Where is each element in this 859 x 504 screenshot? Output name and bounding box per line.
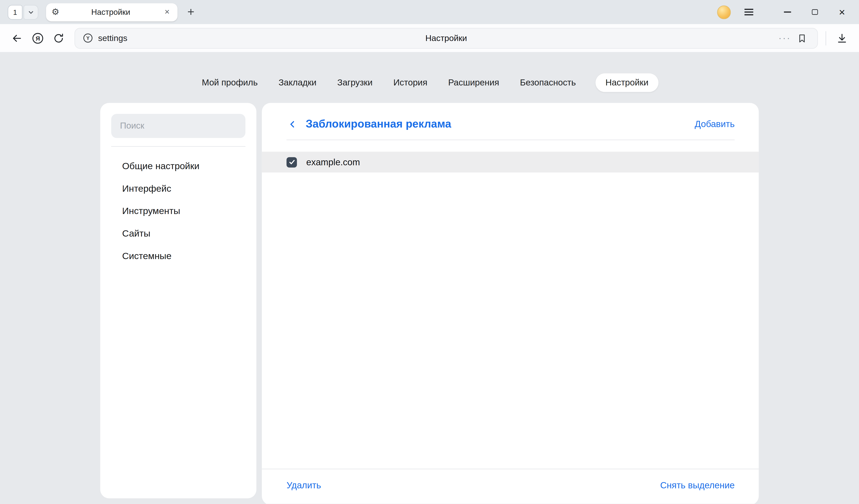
settings-nav: Мой профиль Закладки Загрузки История Ра… (0, 52, 859, 103)
window-close-button[interactable]: ✕ (833, 3, 852, 21)
back-navigation-button[interactable] (7, 28, 28, 48)
menu-button[interactable] (742, 5, 756, 19)
settings-columns: Общие настройки Интерфейс Инструменты Са… (0, 103, 859, 504)
tab-my-profile[interactable]: Мой профиль (201, 73, 259, 92)
hamburger-icon (744, 12, 753, 13)
tab-strip: 1 ⚙ Настройки ✕ + ✕ (0, 0, 859, 24)
tab-history[interactable]: История (392, 73, 428, 92)
row-checkbox[interactable] (286, 157, 297, 167)
browser-tab-settings[interactable]: ⚙ Настройки ✕ (46, 3, 177, 21)
sidebar-item-interface[interactable]: Интерфейс (111, 178, 245, 200)
minimize-icon (784, 12, 791, 13)
reload-button[interactable] (48, 28, 69, 48)
sidebar-item-general[interactable]: Общие настройки (111, 155, 245, 178)
list-item[interactable]: example.com (262, 152, 759, 172)
add-button[interactable]: Добавить (695, 119, 735, 129)
search-input[interactable] (111, 114, 245, 138)
tab-close-icon[interactable]: ✕ (162, 7, 172, 18)
address-page-title: Настройки (75, 33, 817, 43)
sidebar-item-tools[interactable]: Инструменты (111, 200, 245, 223)
more-actions-icon[interactable]: ··· (775, 31, 794, 45)
toolbar-divider (826, 31, 826, 45)
browser-toolbar: Я Y settings Настройки ··· (0, 24, 859, 52)
yandex-icon: Я (31, 32, 44, 45)
tab-downloads[interactable]: Загрузки (336, 73, 374, 92)
downloads-button[interactable] (831, 28, 852, 48)
download-icon (836, 32, 848, 44)
svg-text:Я: Я (36, 35, 40, 42)
maximize-button[interactable] (805, 3, 824, 21)
bookmark-icon[interactable] (794, 32, 810, 45)
browser-window: 1 ⚙ Настройки ✕ + ✕ Я Y (0, 0, 859, 504)
reload-icon (52, 32, 65, 44)
tab-security[interactable]: Безопасность (519, 73, 577, 92)
window-close-icon: ✕ (839, 8, 845, 16)
tab-extensions[interactable]: Расширения (447, 73, 500, 92)
blocked-ads-list: example.com (262, 140, 759, 469)
tab-group-control: 1 (8, 5, 39, 19)
back-arrow-icon (11, 32, 23, 44)
tab-bookmarks[interactable]: Закладки (277, 73, 318, 92)
minimize-button[interactable] (778, 3, 797, 21)
settings-sidebar: Общие настройки Интерфейс Инструменты Са… (100, 103, 256, 499)
panel-title: Заблокированная реклама (305, 118, 694, 130)
sidebar-item-system[interactable]: Системные (111, 245, 245, 268)
panel-header: Заблокированная реклама Добавить (262, 103, 759, 140)
tab-title: Настройки (59, 8, 162, 17)
sidebar-list: Общие настройки Интерфейс Инструменты Са… (111, 155, 245, 268)
yandex-home-button[interactable]: Я (28, 28, 48, 48)
address-query: settings (98, 33, 127, 43)
panel-footer: Удалить Снять выделение (262, 469, 759, 504)
chevron-left-icon (288, 119, 298, 129)
settings-page: Мой профиль Закладки Загрузки История Ра… (0, 52, 859, 504)
deselect-button[interactable]: Снять выделение (660, 480, 735, 490)
row-domain: example.com (306, 157, 360, 167)
address-bar[interactable]: Y settings Настройки ··· (75, 28, 818, 48)
avatar[interactable] (717, 5, 731, 19)
maximize-icon (812, 9, 817, 15)
gear-icon: ⚙ (51, 8, 60, 17)
sidebar-divider (111, 146, 245, 147)
delete-button[interactable]: Удалить (286, 480, 321, 490)
blocked-ads-panel: Заблокированная реклама Добавить example… (262, 103, 759, 504)
sidebar-item-sites[interactable]: Сайты (111, 223, 245, 245)
new-tab-button[interactable]: + (184, 6, 198, 18)
check-icon (288, 159, 295, 166)
panel-back-button[interactable] (286, 118, 299, 130)
tab-settings[interactable]: Настройки (596, 73, 658, 92)
tab-group-count-button[interactable]: 1 (8, 5, 22, 19)
chevron-down-icon (28, 9, 34, 15)
tab-group-chevron-button[interactable] (24, 5, 39, 19)
